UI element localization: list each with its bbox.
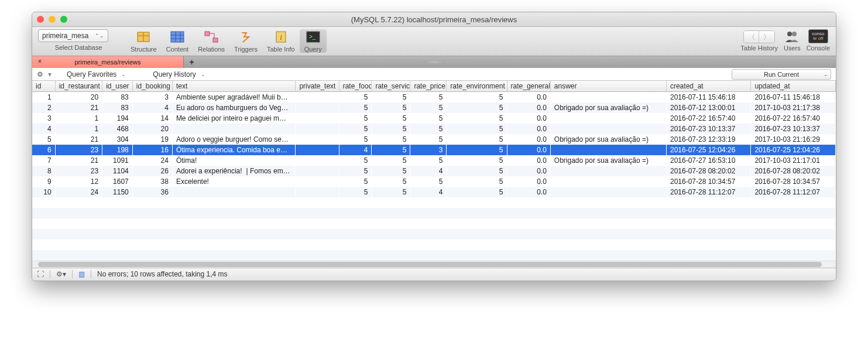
cell[interactable] bbox=[296, 92, 339, 103]
cell[interactable]: 198 bbox=[102, 145, 133, 155]
cell[interactable]: 1 bbox=[32, 92, 55, 103]
table-row[interactable]: 62319816Ótima experiencia. Comida boa e…… bbox=[32, 145, 836, 155]
column-header[interactable]: rate_price bbox=[410, 81, 447, 92]
cell[interactable] bbox=[550, 124, 666, 134]
cell[interactable]: 2016-07-11 15:46:18 bbox=[666, 92, 750, 103]
cell[interactable]: 24 bbox=[55, 187, 102, 197]
column-header[interactable]: id bbox=[32, 81, 55, 92]
table-row[interactable]: 823110426Adorei a experiência! ❘Fomos em… bbox=[32, 166, 836, 176]
cell[interactable]: 5 bbox=[339, 113, 372, 124]
cell[interactable]: 0.0 bbox=[507, 187, 550, 197]
cell[interactable]: 26 bbox=[132, 166, 172, 176]
cell[interactable]: 1 bbox=[55, 113, 102, 124]
column-header[interactable]: id_user bbox=[102, 81, 133, 92]
cell[interactable]: 2016-07-28 11:12:07 bbox=[751, 187, 836, 197]
cell[interactable]: 19 bbox=[132, 134, 172, 145]
column-header[interactable]: private_text bbox=[296, 81, 339, 92]
cell[interactable]: 4 bbox=[132, 103, 172, 113]
cell[interactable]: 5 bbox=[372, 155, 410, 166]
cell[interactable]: 194 bbox=[102, 113, 133, 124]
table-row[interactable]: 721109124Ótima!55550.0Obrigado por sua a… bbox=[32, 155, 836, 166]
cell[interactable]: Ambiente super agradável! Muii b… bbox=[172, 92, 296, 103]
column-header[interactable]: rate_food bbox=[339, 81, 372, 92]
column-header[interactable]: created_at bbox=[666, 81, 750, 92]
cell[interactable]: 1150 bbox=[102, 187, 133, 197]
cell[interactable]: 5 bbox=[410, 103, 447, 113]
query-history-dropdown[interactable]: Query History ⌄ bbox=[153, 70, 205, 78]
cell[interactable]: 4 bbox=[339, 145, 372, 155]
cell[interactable] bbox=[172, 187, 296, 197]
cell[interactable]: 38 bbox=[132, 176, 172, 187]
cell[interactable]: 5 bbox=[447, 92, 507, 103]
cell[interactable]: 5 bbox=[410, 124, 447, 134]
cell[interactable] bbox=[550, 145, 666, 155]
query-favorites-dropdown[interactable]: Query Favorites ⌄ bbox=[67, 70, 126, 78]
cell[interactable]: 14 bbox=[132, 113, 172, 124]
back-icon[interactable]: 〈 bbox=[744, 31, 759, 43]
cell[interactable]: 2016-07-25 12:04:26 bbox=[751, 145, 836, 155]
cell[interactable]: 5 bbox=[447, 103, 507, 113]
cell[interactable]: Obrigado por sua avaliação =) bbox=[550, 155, 666, 166]
cell[interactable]: 2016-07-28 10:34:57 bbox=[666, 176, 750, 187]
cell[interactable]: Obrigado por sua avaliação =) bbox=[550, 134, 666, 145]
cell[interactable]: 2016-07-25 12:04:26 bbox=[666, 145, 750, 155]
cell[interactable]: 36 bbox=[132, 187, 172, 197]
tab-reviews[interactable]: × primeira_mesa/reviews bbox=[32, 56, 183, 68]
cell[interactable]: 5 bbox=[447, 113, 507, 124]
forward-icon[interactable]: 〉 bbox=[759, 31, 774, 43]
cell[interactable]: Eu adoro os hamburguers do Veg… bbox=[172, 103, 296, 113]
cell[interactable]: 0.0 bbox=[507, 176, 550, 187]
cell[interactable]: Excelente! bbox=[172, 176, 296, 187]
column-header[interactable]: text bbox=[172, 81, 296, 92]
minimize-icon[interactable] bbox=[49, 16, 56, 23]
cell[interactable]: 5 bbox=[339, 92, 372, 103]
cell[interactable]: 7 bbox=[32, 155, 55, 166]
cell[interactable]: 5 bbox=[372, 92, 410, 103]
cell[interactable]: 5 bbox=[410, 134, 447, 145]
cell[interactable]: 2 bbox=[32, 103, 55, 113]
gear-icon[interactable]: ⚙︎▾ bbox=[56, 270, 66, 278]
cell[interactable]: 5 bbox=[447, 134, 507, 145]
expand-icon[interactable]: ⛶ bbox=[37, 270, 44, 278]
cell[interactable]: 5 bbox=[372, 166, 410, 176]
cell[interactable]: 5 bbox=[339, 103, 372, 113]
cell[interactable]: 5 bbox=[339, 124, 372, 134]
cell[interactable]: 12 bbox=[55, 176, 102, 187]
cell[interactable]: Ótima! bbox=[172, 155, 296, 166]
table-row[interactable]: 52130419Adoro o veggie burguer! Como se…… bbox=[32, 134, 836, 145]
structure-button[interactable]: Structure bbox=[126, 29, 162, 53]
cell[interactable]: 2016-07-28 08:20:02 bbox=[666, 166, 750, 176]
cell[interactable]: 2016-07-28 11:12:07 bbox=[666, 187, 750, 197]
cell[interactable]: 5 bbox=[339, 176, 372, 187]
cell[interactable]: 5 bbox=[372, 124, 410, 134]
cell[interactable]: 1104 bbox=[102, 166, 133, 176]
cell[interactable]: 23 bbox=[55, 145, 102, 155]
table-row[interactable]: 102411503655450.02016-07-28 11:12:072016… bbox=[32, 187, 836, 197]
cell[interactable]: 1607 bbox=[102, 176, 133, 187]
cell[interactable] bbox=[296, 113, 339, 124]
cell[interactable]: 5 bbox=[410, 176, 447, 187]
column-header[interactable]: answer bbox=[550, 81, 666, 92]
cell[interactable]: 20 bbox=[55, 92, 102, 103]
cell[interactable]: 21 bbox=[55, 155, 102, 166]
cell[interactable]: 2017-10-03 21:17:01 bbox=[751, 155, 836, 166]
cell[interactable]: 5 bbox=[410, 92, 447, 103]
cell[interactable] bbox=[172, 124, 296, 134]
cell[interactable]: Obrigado por sua avaliação =) bbox=[550, 103, 666, 113]
cell[interactable]: 5 bbox=[372, 113, 410, 124]
cell[interactable] bbox=[550, 92, 666, 103]
cell[interactable]: 2016-07-22 16:57:40 bbox=[666, 113, 750, 124]
cell[interactable]: 5 bbox=[32, 134, 55, 145]
cell[interactable] bbox=[296, 166, 339, 176]
table-history-nav[interactable]: 〈 〉 bbox=[743, 30, 775, 43]
cell[interactable]: 83 bbox=[102, 103, 133, 113]
cell[interactable]: Adoro o veggie burguer! Como se… bbox=[172, 134, 296, 145]
table-row[interactable]: 221834Eu adoro os hamburguers do Veg…555… bbox=[32, 103, 836, 113]
run-current-button[interactable]: Run Current ⌄ bbox=[732, 69, 831, 80]
cell[interactable]: 2016-07-23 10:13:37 bbox=[666, 124, 750, 134]
triggers-button[interactable]: Triggers bbox=[229, 29, 262, 53]
cell[interactable]: 5 bbox=[447, 187, 507, 197]
cell[interactable]: 24 bbox=[132, 155, 172, 166]
column-header[interactable]: rate_environment bbox=[447, 81, 507, 92]
cell[interactable]: Ótima experiencia. Comida boa e… bbox=[172, 145, 296, 155]
